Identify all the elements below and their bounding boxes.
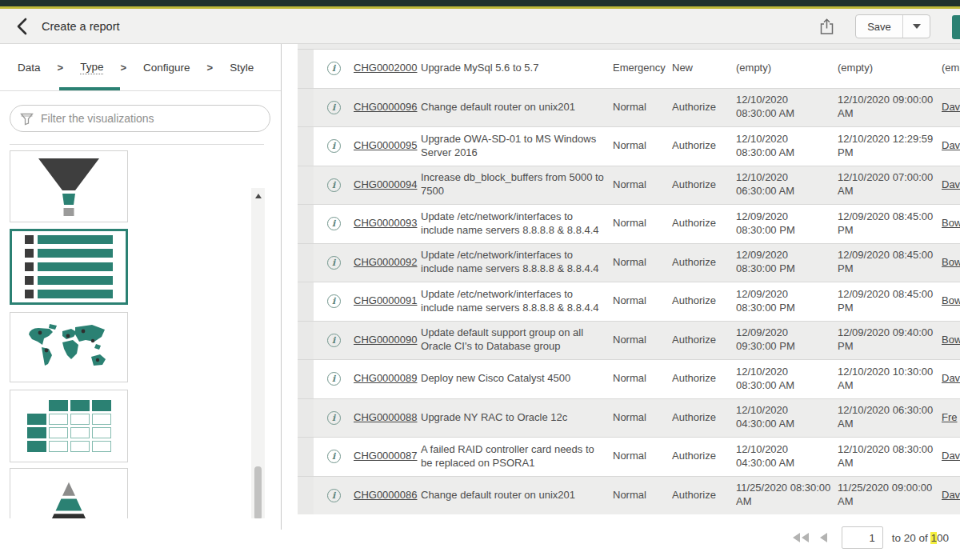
change-number-link[interactable]: CHG0000086 [354,489,418,501]
previous-page-icon[interactable] [819,533,828,542]
assigned-to-link[interactable]: Dav [942,489,960,501]
step-configure[interactable]: Configure [143,62,190,74]
assigned-to-link[interactable]: Dav [942,139,960,151]
list-divider [10,144,264,145]
assigned-to-link[interactable]: Bow [942,334,960,346]
scroll-up-icon[interactable] [251,190,265,202]
pyramid-chart-icon [29,479,109,518]
assigned-to-link[interactable]: Dav [942,372,960,384]
assigned-to-link[interactable]: Dav [942,101,960,113]
assigned-to-link[interactable]: Bow [942,217,960,229]
filter-input[interactable] [41,112,260,125]
info-icon[interactable]: i [327,139,341,153]
priority-cell: Normal [613,489,672,502]
change-number-link[interactable]: CHG0000096 [354,101,418,113]
change-request-table: i CHG0002000 Upgrade MySql 5.6 to 5.7 Em… [298,50,960,514]
change-number-link[interactable]: CHG0000089 [354,372,418,384]
change-number-link[interactable]: CHG0000088 [354,411,418,423]
viz-card-pivot[interactable] [10,390,128,462]
planned-end-cell: 12/09/2020 08:45:00 PM [838,288,942,315]
report-type-panel: Data > Type > Configure > Style [0,44,282,530]
change-number-link[interactable]: CHG0000095 [354,139,418,151]
change-number-link[interactable]: CHG0000093 [354,217,418,229]
assigned-to-link[interactable]: (empty) [942,62,960,74]
change-number-link[interactable]: CHG0000092 [354,256,418,268]
step-data[interactable]: Data [18,62,41,74]
planned-start-cell: 12/10/2020 08:30:00 AM [736,94,838,121]
row-gutter [298,89,314,127]
state-cell: Authorize [672,256,736,270]
first-page-icon[interactable] [793,533,810,542]
row-gutter [298,399,314,438]
priority-cell: Normal [613,294,672,308]
change-number-link[interactable]: CHG0000091 [354,294,418,306]
change-number-link[interactable]: CHG0002000 [354,62,418,74]
assigned-to-link[interactable]: Bow [942,256,960,268]
assigned-to-link[interactable]: Dav [942,178,960,190]
short-description: Update /etc/network/interfaces to includ… [421,249,613,276]
assigned-to-link[interactable]: Bow [942,294,960,306]
planned-end-cell: 12/09/2020 09:40:00 PM [838,326,942,354]
planned-start-cell: 12/10/2020 08:30:00 AM [736,366,838,393]
page-number-input[interactable] [842,526,883,549]
step-style[interactable]: Style [230,62,254,74]
table-row: i CHG0000086 Change default router on un… [298,476,960,515]
priority-cell: Normal [613,139,672,153]
short-description: A failed RAID controller card needs to b… [421,443,613,470]
info-icon[interactable]: i [327,450,341,463]
info-icon[interactable]: i [327,334,341,347]
planned-start-cell: (empty) [736,62,838,75]
priority-cell: Normal [613,372,672,386]
row-gutter [298,244,314,282]
viz-card-pyramid[interactable] [10,468,128,518]
back-icon[interactable] [16,18,28,35]
wizard-breadcrumb: Data > Type > Configure > Style [0,44,281,91]
priority-cell: Normal [613,217,672,230]
info-icon[interactable]: i [327,294,341,308]
info-icon[interactable]: i [327,372,341,386]
viz-card-list[interactable] [10,229,128,305]
change-number-link[interactable]: CHG0000090 [354,334,418,346]
planned-end-cell: 12/10/2020 08:30:00 AM [838,443,942,470]
planned-start-cell: 12/10/2020 04:30:00 AM [736,404,838,431]
clipped-action-button[interactable] [952,15,960,39]
save-dropdown-button[interactable] [902,15,930,38]
table-row: i CHG0000094 Increase db_block_buffers f… [298,166,960,205]
state-cell: Authorize [672,217,736,230]
info-icon[interactable]: i [327,489,341,502]
short-description: Increase db_block_buffers from 5000 to 7… [421,171,613,198]
info-icon[interactable]: i [327,101,341,114]
visualization-list [0,141,281,518]
planned-end-cell: (empty) [838,62,942,75]
row-gutter [298,282,314,321]
step-type[interactable]: Type [80,61,103,74]
state-cell: Authorize [672,450,736,463]
info-icon[interactable]: i [327,62,341,75]
info-icon[interactable]: i [327,256,341,270]
planned-start-cell: 12/10/2020 06:30:00 AM [736,171,838,198]
change-number-link[interactable]: CHG0000094 [354,178,418,190]
change-number-link[interactable]: CHG0000087 [354,450,418,462]
table-row: i CHG0000087 A failed RAID controller ca… [298,437,960,476]
chevron-right-icon: > [58,62,64,74]
info-icon[interactable]: i [327,411,341,425]
viz-card-map[interactable] [10,312,128,382]
table-row: i CHG0000090 Update default support grou… [298,321,960,360]
planned-end-cell: 12/10/2020 07:00:00 AM [838,171,942,198]
viz-card-funnel[interactable] [10,150,128,222]
info-icon[interactable]: i [327,178,341,192]
viz-scrollbar[interactable] [251,188,265,518]
short-description: Upgrade MySql 5.6 to 5.7 [421,62,613,75]
list-chart-icon [25,235,113,298]
planned-end-cell: 12/10/2020 06:30:00 AM [838,404,942,431]
planned-end-cell: 12/10/2020 09:00:00 AM [838,94,942,121]
short-description: Deploy new Cisco Catalyst 4500 [421,372,613,386]
table-row: i CHG0000089 Deploy new Cisco Catalyst 4… [298,359,960,398]
scrollbar-thumb[interactable] [254,466,262,518]
info-icon[interactable]: i [327,217,341,230]
planned-end-cell: 12/10/2020 10:30:00 AM [838,366,942,393]
share-icon[interactable] [817,17,836,36]
assigned-to-link[interactable]: Dav [942,450,960,462]
save-button[interactable]: Save [856,15,902,38]
assigned-to-link[interactable]: Fre [942,411,958,423]
